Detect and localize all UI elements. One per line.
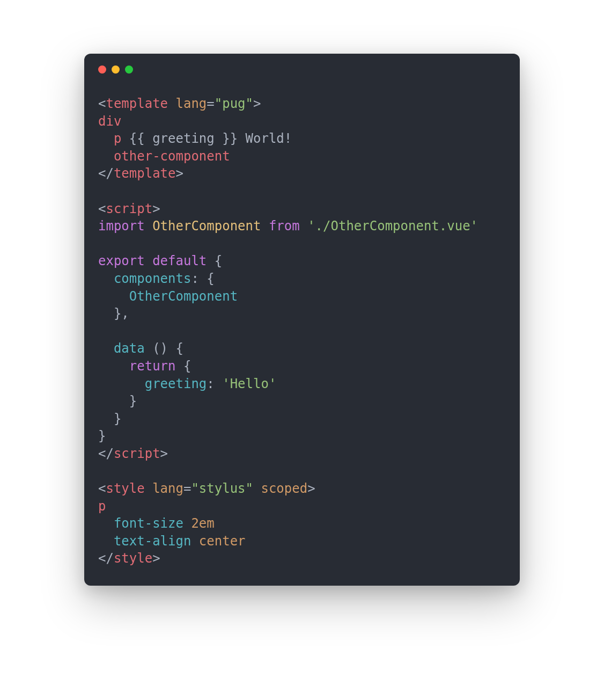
code-token: p [114,131,121,146]
code-token: from [269,218,300,234]
code-token: < [98,481,106,496]
code-line: </script> [98,445,506,463]
code-token [98,289,129,304]
code-token [183,516,191,531]
code-token [145,481,152,496]
code-token [98,534,114,549]
code-line: } [98,392,506,410]
code-line: export default { [98,252,506,270]
code-token: template [114,166,176,181]
code-token: p [98,499,106,514]
code-token: > [160,446,168,461]
code-token: other-component [114,149,230,164]
code-token [145,253,152,268]
code-line [98,235,506,253]
code-token: export [98,253,145,268]
code-token [98,149,114,164]
code-token [98,359,129,374]
code-token: font-size [114,516,183,531]
code-line: <template lang="pug"> [98,95,506,113]
code-line [98,183,506,200]
code-line: <script> [98,200,506,218]
code-token: > [152,201,160,216]
code-token: > [152,551,160,566]
code-line [98,323,506,340]
code-line: } [98,410,506,428]
code-token: OtherComponent [152,218,261,234]
code-token: style [114,551,152,566]
code-token [253,481,261,496]
code-line: components: { [98,270,506,288]
code-token: script [106,201,152,216]
code-token [261,218,268,234]
code-block: <template lang="pug">div p {{ greeting }… [84,77,520,567]
code-token [145,218,152,234]
code-token: greeting [145,376,207,391]
code-token: script [114,446,160,461]
code-token: OtherComponent [129,289,238,304]
code-line: </style> [98,550,506,567]
window-titlebar [84,54,520,77]
code-token: } [98,393,137,409]
code-token: scoped [261,481,307,496]
code-token [98,376,145,391]
code-line: p {{ greeting }} World! [98,130,506,148]
code-line: greeting: 'Hello' [98,375,506,393]
code-token: : [207,376,222,391]
code-token: = [207,96,214,111]
code-token: template [106,96,168,111]
code-token: style [106,481,144,496]
code-line: </template> [98,165,506,183]
code-line: <style lang="stylus" scoped> [98,480,506,498]
code-token [98,516,114,531]
code-line: text-align center [98,533,506,550]
code-line: return { [98,358,506,375]
code-token: default [152,253,207,268]
code-token: text-align [114,534,191,549]
code-token: return [129,359,176,374]
code-token: import [98,218,145,234]
code-token: > [253,96,261,111]
code-line: other-component [98,148,506,165]
code-token [98,341,114,356]
code-token: data [114,341,145,356]
minimize-icon[interactable] [112,65,120,74]
code-line: import OtherComponent from './OtherCompo… [98,217,506,235]
code-token: { [176,359,191,374]
code-token: () { [145,341,183,356]
code-token: center [199,534,246,549]
code-token: {{ [121,131,152,146]
code-line: }, [98,305,506,323]
code-token: { [207,253,222,268]
code-token: = [183,481,191,496]
code-token: } [98,428,106,443]
code-token: "pug" [215,96,253,111]
code-token [98,271,114,286]
code-token: components [114,271,191,286]
code-line [98,462,506,480]
code-token: < [98,201,106,216]
code-token: } [98,411,121,426]
code-token: greeting [152,131,215,146]
code-token: </ [98,166,114,181]
code-token [168,96,175,111]
code-line: font-size 2em [98,515,506,533]
code-token: > [307,481,315,496]
code-token: </ [98,551,114,566]
code-token: 'Hello' [222,376,276,391]
close-icon[interactable] [98,65,106,74]
code-token: < [98,96,106,111]
code-line: } [98,427,506,445]
code-token: div [98,114,121,129]
code-line: div [98,113,506,130]
code-token: lang [152,481,183,496]
maximize-icon[interactable] [125,65,133,74]
code-line: OtherComponent [98,288,506,305]
code-token: lang [176,96,207,111]
code-line: p [98,498,506,515]
code-line: data () { [98,340,506,358]
code-token: > [176,166,183,181]
code-window: <template lang="pug">div p {{ greeting }… [84,54,520,586]
code-token: : { [191,271,214,286]
code-token [300,218,307,234]
